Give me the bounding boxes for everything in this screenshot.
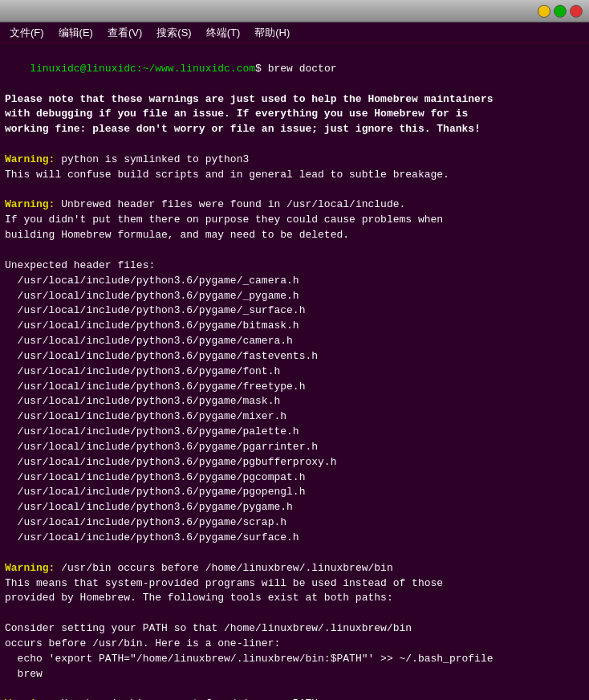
- terminal-line: [5, 606, 584, 621]
- terminal-line: [5, 243, 584, 258]
- terminal-line: /usr/local/include/python3.6/pygame/_sur…: [5, 303, 584, 319]
- terminal: linuxidc@linuxidc:~/www.linuxidc.com$ br…: [0, 43, 589, 700]
- terminal-line: /usr/local/include/python3.6/pygame/fast…: [5, 349, 584, 364]
- terminal-line: If you didn't put them there on purpose …: [5, 213, 584, 228]
- terminal-line: /usr/local/include/python3.6/pygame/pgop…: [5, 485, 584, 500]
- maximize-button[interactable]: [554, 5, 567, 18]
- terminal-line: Warning: /usr/bin occurs before /home/li…: [5, 561, 584, 576]
- terminal-output: Please note that these warnings are just…: [5, 92, 584, 700]
- terminal-line: /usr/local/include/python3.6/pygame/mixe…: [5, 409, 584, 425]
- minimize-button[interactable]: [538, 5, 550, 18]
- close-button[interactable]: [570, 5, 583, 18]
- terminal-line: Unexpected header files:: [5, 258, 584, 274]
- terminal-line: /usr/local/include/python3.6/pygame/scra…: [5, 515, 584, 531]
- window-controls[interactable]: [538, 5, 583, 18]
- terminal-line: /usr/local/include/python3.6/pygame/pale…: [5, 425, 584, 440]
- terminal-line: /usr/local/include/python3.6/pygame/pgbu…: [5, 455, 584, 470]
- terminal-line: /usr/local/include/python3.6/pygame/surf…: [5, 531, 584, 546]
- prompt-symbol: $: [255, 63, 268, 75]
- menu-view[interactable]: 查看(V): [101, 24, 148, 42]
- terminal-line: /usr/local/include/python3.6/pygame/_pyg…: [5, 289, 584, 304]
- terminal-line: [5, 183, 584, 198]
- title-bar: [0, 0, 589, 22]
- terminal-line: /usr/local/include/python3.6/pygame/mask…: [5, 394, 584, 409]
- terminal-line: provided by Homebrew. The following tool…: [5, 591, 584, 606]
- terminal-line: This means that system-provided programs…: [5, 576, 584, 592]
- terminal-line: /usr/local/include/python3.6/pygame/font…: [5, 364, 584, 380]
- prompt-line: linuxidc@linuxidc:~/www.linuxidc.com$ br…: [5, 47, 584, 92]
- terminal-line: working fine: please don't worry or file…: [5, 122, 584, 137]
- menu-bar: 文件(F) 编辑(E) 查看(V) 搜索(S) 终端(T) 帮助(H): [0, 22, 589, 43]
- command: brew doctor: [268, 63, 337, 75]
- menu-edit[interactable]: 编辑(E): [52, 24, 100, 42]
- terminal-line: echo 'export PATH="/home/linuxbrew/.linu…: [5, 652, 584, 667]
- terminal-line: /usr/local/include/python3.6/pygame/_cam…: [5, 274, 584, 289]
- terminal-line: with debugging if you file an issue. If …: [5, 107, 584, 122]
- terminal-line: /usr/local/include/python3.6/pygame/pyga…: [5, 500, 584, 515]
- menu-search[interactable]: 搜索(S): [150, 24, 197, 42]
- menu-file[interactable]: 文件(F): [3, 24, 51, 42]
- terminal-line: Warning: python is symlinked to python3: [5, 153, 584, 168]
- terminal-line: /usr/local/include/python3.6/pygame/pgar…: [5, 440, 584, 455]
- terminal-line: Please note that these warnings are just…: [5, 92, 584, 108]
- prompt-path: ~/www.linuxidc.com: [143, 63, 255, 75]
- terminal-line: [5, 546, 584, 561]
- terminal-line: building Homebrew formulae, and may need…: [5, 228, 584, 243]
- terminal-line: /usr/local/include/python3.6/pygame/bitm…: [5, 319, 584, 334]
- prompt-user: linuxidc@linuxidc:: [30, 63, 142, 75]
- terminal-line: [5, 682, 584, 697]
- terminal-line: /usr/local/include/python3.6/pygame/pgco…: [5, 470, 584, 486]
- terminal-line: /usr/local/include/python3.6/pygame/came…: [5, 334, 584, 349]
- terminal-line: /usr/local/include/python3.6/pygame/free…: [5, 380, 584, 395]
- terminal-line: brew: [5, 667, 584, 682]
- menu-terminal[interactable]: 终端(T): [200, 24, 247, 42]
- menu-help[interactable]: 帮助(H): [248, 24, 296, 42]
- terminal-line: occurs before /usr/bin. Here is a one-li…: [5, 637, 584, 652]
- terminal-line: Consider setting your PATH so that /home…: [5, 621, 584, 637]
- terminal-line: Warning: Unbrewed header files were foun…: [5, 197, 584, 213]
- terminal-line: This will confuse build scripts and in g…: [5, 168, 584, 183]
- terminal-line: [5, 137, 584, 153]
- terminal-line: Warning: Homebrew's bin was not found in…: [5, 697, 584, 700]
